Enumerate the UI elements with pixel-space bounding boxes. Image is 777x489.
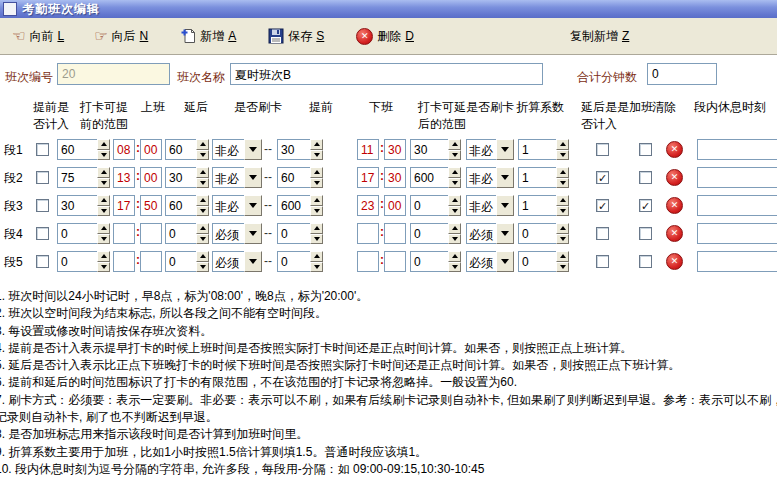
dropdown-arrow-icon[interactable] [496, 251, 514, 272]
spin-up-icon[interactable] [97, 167, 110, 178]
dropdown-arrow-icon[interactable] [244, 251, 262, 272]
rest-times-field[interactable] [697, 167, 777, 188]
early-range-value[interactable]: 60 [57, 139, 97, 160]
spin-down-icon[interactable] [448, 178, 461, 189]
delay-counted-checkbox[interactable]: ✓ [596, 171, 609, 184]
spin-up-icon[interactable] [310, 195, 323, 206]
spin-up-icon[interactable] [97, 251, 110, 262]
spin-down-icon[interactable] [310, 206, 323, 217]
spin-down-icon[interactable] [556, 178, 569, 189]
spin-down-icon[interactable] [556, 262, 569, 273]
early-value[interactable]: 30 [277, 139, 310, 160]
spin-down-icon[interactable] [310, 234, 323, 245]
spin-up-icon[interactable] [97, 139, 110, 150]
off-duty-minute-field[interactable]: 30 [384, 139, 406, 160]
spin-up-icon[interactable] [448, 167, 461, 178]
spin-up-icon[interactable] [556, 167, 569, 178]
spin-up-icon[interactable] [310, 139, 323, 150]
off-duty-minute-field[interactable]: 30 [384, 167, 406, 188]
late-range-value[interactable]: 0 [410, 251, 448, 272]
advance-counted-checkbox[interactable] [36, 255, 49, 268]
factor-value[interactable]: 0 [518, 251, 556, 272]
on-duty-minute-field[interactable]: 50 [140, 195, 162, 216]
on-duty-hour-field[interactable] [113, 223, 135, 244]
swipe-after-select[interactable]: 非必 [466, 167, 514, 188]
spin-down-icon[interactable] [310, 262, 323, 273]
advance-counted-checkbox[interactable] [36, 143, 49, 156]
swipe-before-select[interactable]: 非必 [212, 139, 262, 160]
spin-up-icon[interactable] [196, 195, 209, 206]
spin-down-icon[interactable] [556, 234, 569, 245]
factor-value[interactable]: 1 [518, 195, 556, 216]
dropdown-arrow-icon[interactable] [244, 195, 262, 216]
on-duty-minute-field[interactable] [140, 251, 162, 272]
spin-up-icon[interactable] [448, 195, 461, 206]
on-duty-minute-field[interactable] [140, 223, 162, 244]
dropdown-arrow-icon[interactable] [244, 167, 262, 188]
spin-up-icon[interactable] [97, 223, 110, 234]
dropdown-arrow-icon[interactable] [496, 139, 514, 160]
spin-up-icon[interactable] [448, 223, 461, 234]
clear-row-button[interactable] [666, 253, 683, 270]
delay-value[interactable]: 60 [165, 195, 196, 216]
spin-up-icon[interactable] [97, 195, 110, 206]
swipe-before-select[interactable]: 必须 [212, 223, 262, 244]
advance-counted-checkbox[interactable] [36, 171, 49, 184]
swipe-after-select[interactable]: 必须 [466, 223, 514, 244]
spin-up-icon[interactable] [310, 167, 323, 178]
factor-value[interactable]: 1 [518, 167, 556, 188]
spin-down-icon[interactable] [448, 150, 461, 161]
late-range-value[interactable]: 600 [410, 167, 448, 188]
spin-down-icon[interactable] [196, 262, 209, 273]
delay-value[interactable]: 30 [165, 167, 196, 188]
shift-name-field[interactable]: 夏时班次B [230, 63, 543, 85]
advance-counted-checkbox[interactable] [36, 199, 49, 212]
delay-counted-checkbox[interactable] [596, 143, 609, 156]
next-button[interactable]: ☞ 向后 N [90, 25, 152, 48]
spin-down-icon[interactable] [196, 234, 209, 245]
off-duty-hour-field[interactable]: 17 [357, 167, 379, 188]
delay-value[interactable]: 0 [165, 223, 196, 244]
spin-up-icon[interactable] [196, 223, 209, 234]
spin-down-icon[interactable] [196, 150, 209, 161]
delay-counted-checkbox[interactable] [596, 255, 609, 268]
spin-down-icon[interactable] [196, 178, 209, 189]
spin-up-icon[interactable] [310, 223, 323, 234]
swipe-before-select[interactable]: 非必 [212, 195, 262, 216]
overtime-checkbox[interactable]: ✓ [639, 199, 652, 212]
delay-counted-checkbox[interactable] [596, 227, 609, 240]
spin-down-icon[interactable] [196, 206, 209, 217]
overtime-checkbox[interactable] [639, 143, 652, 156]
copy-new-button[interactable]: 复制新增 Z [566, 25, 633, 48]
spin-up-icon[interactable] [448, 139, 461, 150]
off-duty-minute-field[interactable] [384, 251, 406, 272]
off-duty-hour-field[interactable] [357, 223, 379, 244]
spin-down-icon[interactable] [310, 150, 323, 161]
overtime-checkbox[interactable] [639, 255, 652, 268]
early-range-value[interactable]: 30 [57, 195, 97, 216]
late-range-value[interactable]: 0 [410, 223, 448, 244]
spin-up-icon[interactable] [556, 139, 569, 150]
clear-row-button[interactable] [666, 197, 683, 214]
spin-up-icon[interactable] [310, 251, 323, 262]
rest-times-field[interactable] [697, 251, 777, 272]
swipe-before-select[interactable]: 必须 [212, 251, 262, 272]
spin-down-icon[interactable] [448, 234, 461, 245]
spin-up-icon[interactable] [556, 223, 569, 234]
early-range-value[interactable]: 0 [57, 251, 97, 272]
factor-value[interactable]: 1 [518, 139, 556, 160]
on-duty-minute-field[interactable]: 00 [140, 139, 162, 160]
factor-value[interactable]: 0 [518, 223, 556, 244]
dropdown-arrow-icon[interactable] [496, 223, 514, 244]
early-value[interactable]: 60 [277, 167, 310, 188]
early-value[interactable]: 0 [277, 223, 310, 244]
delay-value[interactable]: 60 [165, 139, 196, 160]
on-duty-hour-field[interactable]: 13 [113, 167, 135, 188]
spin-down-icon[interactable] [97, 262, 110, 273]
rest-times-field[interactable] [697, 139, 777, 160]
on-duty-hour-field[interactable] [113, 251, 135, 272]
dropdown-arrow-icon[interactable] [244, 223, 262, 244]
on-duty-hour-field[interactable]: 08 [113, 139, 135, 160]
off-duty-minute-field[interactable] [384, 223, 406, 244]
save-button[interactable]: 保存 S [264, 25, 328, 48]
